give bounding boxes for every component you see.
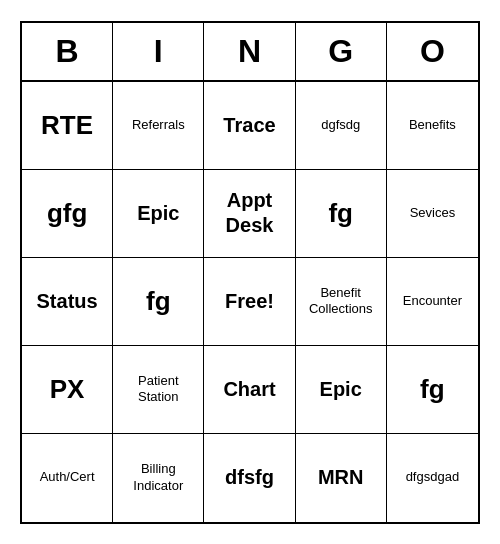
bingo-cell-r2-c2: Free!: [204, 258, 295, 346]
header-letter-o: O: [387, 23, 478, 80]
bingo-cell-r1-c1: Epic: [113, 170, 204, 258]
bingo-cell-r3-c3: Epic: [296, 346, 387, 434]
bingo-cell-r4-c3: MRN: [296, 434, 387, 522]
bingo-cell-r3-c1: Patient Station: [113, 346, 204, 434]
bingo-cell-r2-c4: Encounter: [387, 258, 478, 346]
bingo-cell-r3-c2: Chart: [204, 346, 295, 434]
bingo-cell-r2-c1: fg: [113, 258, 204, 346]
bingo-header: BINGO: [22, 23, 478, 82]
bingo-cell-r1-c3: fg: [296, 170, 387, 258]
bingo-cell-r0-c2: Trace: [204, 82, 295, 170]
bingo-card: BINGO RTEReferralsTracedgfsdgBenefitsgfg…: [20, 21, 480, 524]
bingo-cell-r2-c3: Benefit Collections: [296, 258, 387, 346]
bingo-cell-r4-c0: Auth/Cert: [22, 434, 113, 522]
header-letter-n: N: [204, 23, 295, 80]
bingo-cell-r0-c1: Referrals: [113, 82, 204, 170]
bingo-cell-r0-c0: RTE: [22, 82, 113, 170]
bingo-cell-r1-c4: Sevices: [387, 170, 478, 258]
bingo-cell-r3-c0: PX: [22, 346, 113, 434]
bingo-grid: RTEReferralsTracedgfsdgBenefitsgfgEpicAp…: [22, 82, 478, 522]
header-letter-i: I: [113, 23, 204, 80]
header-letter-b: B: [22, 23, 113, 80]
bingo-cell-r4-c1: Billing Indicator: [113, 434, 204, 522]
bingo-cell-r4-c4: dfgsdgad: [387, 434, 478, 522]
bingo-cell-r4-c2: dfsfg: [204, 434, 295, 522]
header-letter-g: G: [296, 23, 387, 80]
bingo-cell-r0-c3: dgfsdg: [296, 82, 387, 170]
bingo-cell-r1-c2: Appt Desk: [204, 170, 295, 258]
bingo-cell-r3-c4: fg: [387, 346, 478, 434]
bingo-cell-r0-c4: Benefits: [387, 82, 478, 170]
bingo-cell-r2-c0: Status: [22, 258, 113, 346]
bingo-cell-r1-c0: gfg: [22, 170, 113, 258]
